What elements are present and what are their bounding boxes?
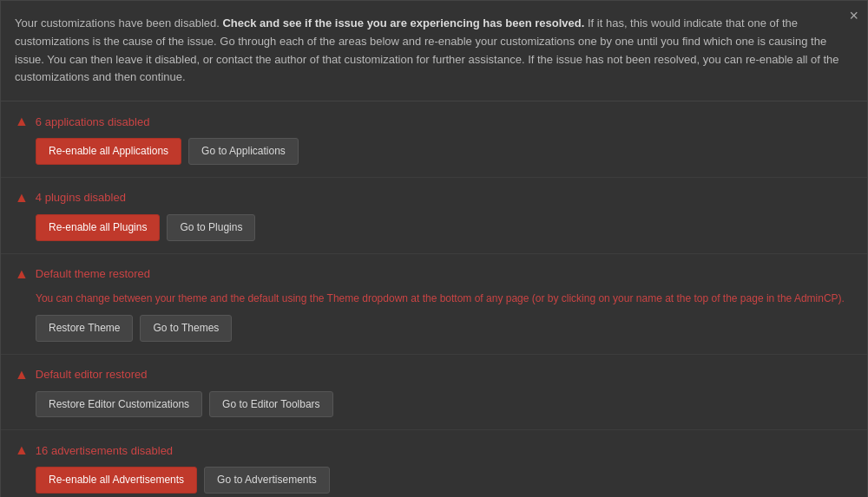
section-desc-theme: You can change between your theme and th… xyxy=(36,291,853,306)
button-editor-1[interactable]: Go to Editor Toolbars xyxy=(209,391,333,418)
button-editor-0[interactable]: Restore Editor Customizations xyxy=(36,391,202,418)
warning-icon-plugins: ▲ xyxy=(15,190,29,206)
section-header-editor: ▲Default editor restored xyxy=(15,367,853,383)
section-title-plugins: 4 plugins disabled xyxy=(36,191,126,204)
section-advertisements: ▲16 advertisements disabledRe-enable all… xyxy=(1,430,867,497)
section-title-advertisements: 16 advertisements disabled xyxy=(36,444,173,457)
button-theme-0[interactable]: Restore Theme xyxy=(36,315,133,342)
intro-text: Your customizations have been disabled. … xyxy=(1,1,867,101)
btn-group-advertisements: Re-enable all AdvertisementsGo to Advert… xyxy=(36,467,853,494)
intro-text-plain: Your customizations have been disabled. xyxy=(15,16,222,29)
warning-icon-editor: ▲ xyxy=(15,367,29,383)
button-plugins-1[interactable]: Go to Plugins xyxy=(167,214,255,241)
section-theme: ▲Default theme restoredYou can change be… xyxy=(1,254,867,355)
intro-text-bold: Check and see if the issue you are exper… xyxy=(222,16,584,29)
btn-group-plugins: Re-enable all PluginsGo to Plugins xyxy=(36,214,853,241)
section-title-theme: Default theme restored xyxy=(36,267,150,280)
button-applications-1[interactable]: Go to Applications xyxy=(188,138,299,165)
section-header-applications: ▲6 applications disabled xyxy=(15,114,853,129)
btn-group-theme: Restore ThemeGo to Themes xyxy=(36,315,853,342)
section-applications: ▲6 applications disabledRe-enable all Ap… xyxy=(1,101,867,178)
button-theme-1[interactable]: Go to Themes xyxy=(140,315,232,342)
modal-container: × Your customizations have been disabled… xyxy=(0,0,868,497)
section-header-theme: ▲Default theme restored xyxy=(15,266,853,282)
close-button[interactable]: × xyxy=(849,8,858,23)
section-title-editor: Default editor restored xyxy=(36,368,148,381)
section-header-advertisements: ▲16 advertisements disabled xyxy=(15,442,853,458)
warning-icon-advertisements: ▲ xyxy=(15,442,29,458)
sections-container: ▲6 applications disabledRe-enable all Ap… xyxy=(1,101,867,497)
section-title-applications: 6 applications disabled xyxy=(36,115,150,128)
warning-icon-applications: ▲ xyxy=(15,114,29,129)
section-header-plugins: ▲4 plugins disabled xyxy=(15,190,853,206)
btn-group-applications: Re-enable all ApplicationsGo to Applicat… xyxy=(36,138,853,165)
button-advertisements-1[interactable]: Go to Advertisements xyxy=(204,467,330,494)
btn-group-editor: Restore Editor CustomizationsGo to Edito… xyxy=(36,391,853,418)
section-editor: ▲Default editor restoredRestore Editor C… xyxy=(1,355,867,431)
warning-icon-theme: ▲ xyxy=(15,266,29,282)
section-plugins: ▲4 plugins disabledRe-enable all Plugins… xyxy=(1,178,867,254)
button-plugins-0[interactable]: Re-enable all Plugins xyxy=(36,214,160,241)
button-advertisements-0[interactable]: Re-enable all Advertisements xyxy=(36,467,197,494)
button-applications-0[interactable]: Re-enable all Applications xyxy=(36,138,181,165)
